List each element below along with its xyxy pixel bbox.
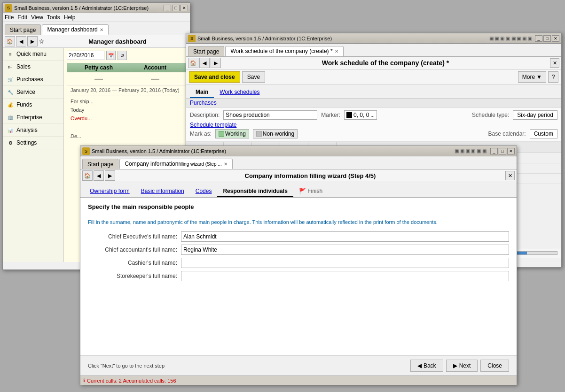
ws-tab-schedules[interactable]: Work schedules xyxy=(214,87,265,98)
tab-close-btn[interactable]: ✕ xyxy=(100,27,103,32)
close-btn[interactable]: ✕ xyxy=(180,5,188,11)
close-wizard-btn[interactable]: Close xyxy=(480,360,509,372)
cashier-input[interactable] xyxy=(181,258,509,268)
ws-tab-main[interactable]: Work schedule of the company (create) * … xyxy=(225,46,343,56)
wizard-titlebar: S Small Business, version 1.5 / Administ… xyxy=(80,146,517,156)
sidebar-item-purchases[interactable]: 🛒 Purchases xyxy=(3,73,63,86)
sidebar-item-sales[interactable]: 🏷 Sales xyxy=(3,61,63,73)
ws-forward-btn[interactable]: ▶ xyxy=(211,58,221,68)
marker-btn[interactable]: ... xyxy=(370,113,374,118)
working-btn[interactable]: Working xyxy=(215,129,249,138)
back-arrow-icon: ◀ xyxy=(417,362,422,369)
ws-tab-start[interactable]: Start page xyxy=(188,46,224,56)
forward-btn[interactable]: ▶ xyxy=(27,36,38,46)
status-text: Current calls: 2 Accumulated calls: 156 xyxy=(87,378,176,384)
ws-desc-row: Description: Marker: 0, 0, 0 ... Schedul… xyxy=(190,110,557,120)
sidebar-item-enterprise[interactable]: 🏢 Enterprise xyxy=(3,111,63,124)
sidebar-item-funds[interactable]: 💰 Funds xyxy=(3,99,63,111)
wizard-close-x-btn[interactable]: ✕ xyxy=(505,171,515,180)
sidebar-item-settings[interactable]: ⚙ Settings xyxy=(3,137,63,149)
storekeeper-label: Storekeeper's full name: xyxy=(88,273,177,279)
tab-bar: Start page Manager dashboard ✕ xyxy=(3,22,190,35)
sidebar-item-service[interactable]: 🔧 Service xyxy=(3,86,63,99)
wizard-step-finish[interactable]: 🚩 Finish xyxy=(293,186,328,197)
dash2: — xyxy=(127,74,183,84)
field-row-storekeeper: Storekeeper's full name: xyxy=(88,271,509,281)
nonworking-color xyxy=(256,131,262,137)
overdue-section: Overdu... xyxy=(67,114,187,123)
wizard-close-btn[interactable]: ✕ xyxy=(507,148,515,154)
menu-item[interactable]: View xyxy=(31,14,43,21)
ws-title-text: Small Business, version 1.5 / Administra… xyxy=(197,36,489,41)
home-btn[interactable]: 🏠 xyxy=(5,36,15,46)
markas-label: Mark as: xyxy=(190,131,212,137)
ceo-input[interactable] xyxy=(181,231,509,242)
ws-home-btn[interactable]: 🏠 xyxy=(188,58,198,68)
schedule-template-link[interactable]: Schedule template xyxy=(190,122,236,128)
wizard-minimize-btn[interactable]: _ xyxy=(490,148,498,154)
wizard-maximize-btn[interactable]: □ xyxy=(499,148,506,154)
wizard-step-basic[interactable]: Basic information xyxy=(135,186,190,197)
save-btn[interactable]: Save xyxy=(242,71,265,83)
marker-input[interactable]: 0, 0, 0 ... xyxy=(344,110,377,120)
tab-start-page[interactable]: Start page xyxy=(5,24,41,35)
more-btn[interactable]: More ▼ xyxy=(518,71,546,83)
save-close-btn[interactable]: Save and close xyxy=(189,71,240,83)
maximize-btn[interactable]: □ xyxy=(172,5,180,11)
menu-item[interactable]: Help xyxy=(64,14,76,21)
next-arrow-icon: ▶ xyxy=(453,362,457,369)
date-input[interactable] xyxy=(67,51,104,60)
breadcrumb-link[interactable]: Purchases xyxy=(190,100,217,106)
today-section: Today xyxy=(67,106,187,114)
dash1: — xyxy=(71,74,127,84)
wizard-step-codes[interactable]: Codes xyxy=(190,186,218,197)
ws-subtab-bar: Main Work schedules xyxy=(186,85,561,99)
wizard-info-text: Fill in the surname, name and patronymic… xyxy=(88,219,509,226)
sidebar-item-analysis[interactable]: 📊 Analysis xyxy=(3,124,63,137)
wizard-back-nav-btn[interactable]: ◀ xyxy=(94,170,104,181)
ws-titlebar: S Small Business, version 1.5 / Administ… xyxy=(186,33,561,44)
wizard-forward-nav-btn[interactable]: ▶ xyxy=(105,170,115,181)
service-icon: 🔧 xyxy=(7,88,14,96)
back-btn[interactable]: ◀ Back xyxy=(410,360,443,372)
wizard-step-ownership[interactable]: Ownership form xyxy=(84,186,135,197)
base-cal-value[interactable]: Custom xyxy=(530,129,557,138)
ws-maximize-btn[interactable]: □ xyxy=(543,35,551,42)
ws-tab-mainform[interactable]: Main xyxy=(190,87,214,98)
menu-item[interactable]: Tools xyxy=(47,14,60,21)
calendar-btn[interactable]: 📅 xyxy=(106,51,116,60)
refresh-btn[interactable]: ↺ xyxy=(118,51,127,60)
menu-item[interactable]: File xyxy=(5,14,14,21)
description-input[interactable] xyxy=(223,110,317,120)
ws-close-btn[interactable]: ✕ xyxy=(552,35,559,42)
minimize-btn[interactable]: _ xyxy=(164,5,171,11)
ws-minimize-btn[interactable]: _ xyxy=(535,35,542,42)
accountant-input[interactable] xyxy=(181,245,509,255)
wizard-tab-close[interactable]: ✕ xyxy=(224,161,228,167)
bookmark-btn[interactable]: ☆ xyxy=(39,38,46,45)
menu-item[interactable]: Edit xyxy=(17,14,27,21)
tab-manager-dashboard[interactable]: Manager dashboard ✕ xyxy=(42,24,108,35)
sched-type-value[interactable]: Six-day period xyxy=(513,110,557,120)
help-btn[interactable]: ? xyxy=(548,71,558,83)
non-working-btn[interactable]: Non-working xyxy=(253,129,298,138)
ws-close-x-btn[interactable]: ✕ xyxy=(550,58,559,68)
wizard-tab-main[interactable]: Company information filling wizard (Step… xyxy=(119,159,232,169)
wizard-tab-bar: Start page Company information filling w… xyxy=(80,156,517,169)
wizard-step-responsible[interactable]: Responsible individuals xyxy=(217,186,293,197)
wizard-footer: Click "Next" to go to the next step ◀ Ba… xyxy=(80,355,517,376)
sidebar-item-quickmenu[interactable]: ≡ Quick menu xyxy=(3,48,63,61)
ws-page-title: Work schedule of the company (create) * xyxy=(222,59,549,67)
marker-label: Marker: xyxy=(321,112,340,118)
sidebar: ≡ Quick menu 🏷 Sales 🛒 Purchases 🔧 Servi… xyxy=(3,48,64,262)
back-btn[interactable]: ◀ xyxy=(16,36,26,46)
menu-bar: File Edit View Tools Help xyxy=(3,13,190,22)
cashier-label: Cashier's full name: xyxy=(88,260,177,266)
wizard-tab-start[interactable]: Start page xyxy=(82,159,118,169)
next-btn[interactable]: ▶ Next xyxy=(446,360,478,372)
ws-back-btn[interactable]: ◀ xyxy=(199,58,210,68)
storekeeper-input[interactable] xyxy=(181,271,509,281)
wizard-home-btn[interactable]: 🏠 xyxy=(82,170,93,181)
ws-tab-close[interactable]: ✕ xyxy=(335,49,338,54)
field-row-cashier: Cashier's full name: xyxy=(88,258,509,268)
